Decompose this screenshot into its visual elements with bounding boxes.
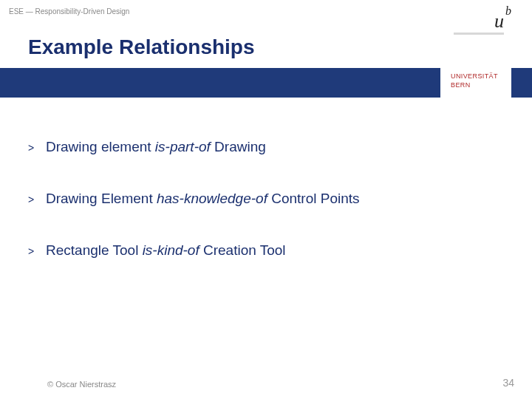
breadcrumb: ESE — Responsibility-Driven Design	[9, 7, 129, 16]
list-item: > Rectangle Tool is-kind-of Creation Too…	[28, 242, 504, 259]
bullet-marker: >	[28, 245, 46, 257]
text-pre: Drawing element	[46, 139, 155, 154]
university-name-line1: UNIVERSITÄT	[451, 72, 498, 80]
page-title: Example Relationships	[28, 35, 255, 59]
bullet-text: Drawing element is-part-of Drawing	[46, 139, 266, 155]
logo-underline	[454, 33, 504, 35]
list-item: > Drawing element is-part-of Drawing	[28, 139, 504, 155]
text-em: is-kind-of	[143, 242, 200, 258]
list-item: > Drawing Element has-knowledge-of Contr…	[28, 191, 504, 207]
text-em: is-part-of	[155, 139, 211, 154]
text-post: Control Points	[267, 191, 360, 206]
bullet-text: Drawing Element has-knowledge-of Control…	[46, 191, 360, 207]
text-post: Drawing	[211, 139, 266, 154]
text-pre: Drawing Element	[46, 191, 157, 206]
bullet-text: Rectangle Tool is-kind-of Creation Tool	[46, 242, 286, 259]
logo-letter-b: b	[505, 4, 511, 18]
text-post: Creation Tool	[200, 242, 286, 258]
text-em: has-knowledge-of	[157, 191, 267, 206]
footer-copyright: © Oscar Nierstrasz	[47, 380, 116, 389]
university-label: UNIVERSITÄT BERN	[451, 72, 498, 89]
slide: ESE — Responsibility-Driven Design Examp…	[0, 0, 532, 399]
content-area: > Drawing element is-part-of Drawing > D…	[28, 139, 504, 294]
bullet-marker: >	[28, 194, 46, 205]
bullet-marker: >	[28, 142, 46, 154]
footer-page-number: 34	[502, 377, 514, 389]
university-name-line2: BERN	[451, 81, 471, 89]
text-pre: Rectangle Tool	[46, 242, 143, 258]
logo-letter-u: u	[494, 10, 504, 33]
